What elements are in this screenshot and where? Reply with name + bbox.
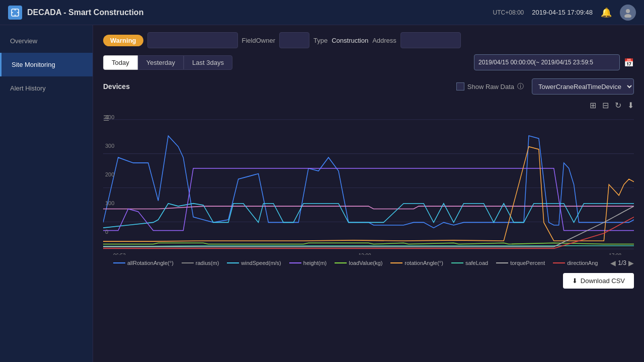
legend-line-allrotationangle (113, 262, 125, 263)
legend-label: torquePercent (510, 260, 545, 266)
legend-line-radius (182, 262, 194, 263)
legend-label: allRotationAngle(°) (127, 260, 174, 266)
legend-line-loadvalue (335, 262, 347, 263)
legend-prev-btn[interactable]: ◀ (610, 259, 616, 267)
devices-right: Show Raw Data ⓘ TowerCraneRealTimeDevice (456, 78, 634, 95)
device-dropdown[interactable]: TowerCraneRealTimeDevice (532, 78, 634, 95)
download-csv-button[interactable]: ⬇ Download CSV (563, 273, 634, 289)
legend-label: radius(m) (196, 260, 219, 266)
logo-icon (11, 8, 20, 17)
show-raw-data-label: Show Raw Data (467, 83, 514, 90)
date-row: Today Yesterday Last 3days 📅 (103, 54, 634, 70)
download-bar: ⬇ Download CSV (103, 267, 634, 289)
zoom-in-icon[interactable]: ⊞ (590, 101, 596, 110)
filter-row: Warning FieldOwner Type Construction Add… (103, 32, 634, 48)
svg-text:06:53: 06:53 (113, 253, 126, 255)
legend-item-directionang: directionAng (553, 260, 598, 266)
download-icon: ⬇ (572, 277, 578, 285)
app-title: DECADA - Smart Construction (27, 8, 493, 17)
legend-nav: ◀ 1/3 ▶ (610, 259, 634, 267)
show-raw-data-group: Show Raw Data ⓘ (456, 82, 524, 91)
y-label-200: 200 (105, 171, 114, 177)
main-content: Warning FieldOwner Type Construction Add… (93, 25, 644, 362)
field-owner-select[interactable] (279, 32, 309, 48)
datetime: 2019-04-15 17:09:48 (532, 9, 593, 16)
layout: Overview Site Monitoring Alert History W… (0, 25, 644, 362)
show-raw-data-checkbox[interactable] (456, 82, 464, 90)
y-label-300: 300 (105, 143, 114, 149)
legend-item-allrotationangle: allRotationAngle(°) (113, 260, 174, 266)
calendar-icon[interactable]: 📅 (624, 58, 634, 67)
legend-label: safeLoad (465, 260, 488, 266)
legend-line-torquepercent (496, 262, 508, 263)
devices-title: Devices (103, 82, 130, 90)
legend-line-height (289, 262, 301, 263)
sidebar-item-site-monitoring[interactable]: Site Monitoring (0, 53, 93, 76)
legend-line-directionang (553, 262, 565, 263)
legend-label: height(m) (303, 260, 327, 266)
chart-svg: 06:53 04-15 12:00 04-15 17:08 04-15 (103, 114, 634, 255)
y-axis-labels: 400 300 200 100 0 (103, 114, 116, 235)
legend-label: loadValue(kg) (349, 260, 382, 266)
date-range-input[interactable] (474, 54, 620, 70)
legend-item-windspeed: windSpeed(m/s) (227, 260, 281, 266)
legend-page: 1/3 (618, 259, 626, 266)
legend-item-rotationangle: rotationAngle(°) (390, 260, 443, 266)
svg-point-1 (626, 9, 630, 13)
search-input[interactable] (147, 32, 238, 48)
y-label-100: 100 (105, 200, 114, 206)
legend-label: directionAng (567, 260, 598, 266)
address-label: Address (372, 37, 396, 44)
avatar[interactable] (620, 5, 636, 21)
sidebar: Overview Site Monitoring Alert History (0, 25, 93, 362)
date-picker-row: 📅 (474, 54, 634, 70)
last3days-btn[interactable]: Last 3days (184, 55, 232, 70)
legend-item-radius: radius(m) (182, 260, 219, 266)
chart-area: ☰ 400 300 200 100 0 (103, 114, 634, 255)
header: DECADA - Smart Construction UTC+08:00 20… (0, 0, 644, 25)
today-btn[interactable]: Today (103, 55, 138, 70)
address-select[interactable] (400, 32, 461, 48)
field-owner-label: FieldOwner (242, 37, 275, 44)
legend-next-btn[interactable]: ▶ (628, 259, 634, 267)
zoom-out-icon[interactable]: ⊟ (602, 101, 609, 110)
legend: allRotationAngle(°) radius(m) windSpeed(… (103, 259, 634, 267)
legend-item-loadvalue: loadValue(kg) (335, 260, 382, 266)
info-icon[interactable]: ⓘ (517, 82, 524, 91)
y-label-0: 0 (105, 229, 114, 235)
sidebar-item-label: Alert History (10, 84, 46, 92)
header-right: UTC+08:00 2019-04-15 17:09:48 🔔 (493, 5, 636, 21)
notification-bell-icon[interactable]: 🔔 (601, 7, 612, 18)
warning-badge[interactable]: Warning (103, 35, 143, 46)
sidebar-item-label: Overview (10, 37, 37, 45)
legend-label: windSpeed(m/s) (241, 260, 281, 266)
refresh-icon[interactable]: ↻ (615, 101, 621, 110)
timezone: UTC+08:00 (493, 9, 524, 16)
yesterday-btn[interactable]: Yesterday (138, 55, 184, 70)
legend-item-height: height(m) (289, 260, 327, 266)
sidebar-item-overview[interactable]: Overview (0, 29, 93, 53)
legend-line-rotationangle (390, 262, 403, 263)
logo (8, 6, 22, 20)
svg-point-2 (624, 14, 631, 18)
devices-header: Devices Show Raw Data ⓘ TowerCraneRealTi… (103, 78, 634, 95)
chart-toolbar: ⊞ ⊟ ↻ ⬇ (103, 101, 634, 110)
type-label: Type (313, 37, 328, 44)
download-label: Download CSV (581, 277, 625, 285)
legend-line-safeload (451, 262, 463, 263)
sidebar-item-label: Site Monitoring (12, 61, 55, 68)
y-label-400: 400 (105, 114, 114, 120)
sidebar-item-alert-history[interactable]: Alert History (0, 76, 93, 100)
legend-item-torquepercent: torquePercent (496, 260, 545, 266)
legend-item-safeload: safeLoad (451, 260, 488, 266)
type-value: Construction (332, 37, 368, 44)
legend-line-windspeed (227, 262, 239, 263)
legend-label: rotationAngle(°) (405, 260, 443, 266)
download-chart-icon[interactable]: ⬇ (627, 101, 634, 110)
avatar-icon (623, 8, 633, 18)
date-btn-group: Today Yesterday Last 3days (103, 55, 232, 70)
svg-text:17:08: 17:08 (609, 253, 621, 255)
svg-text:12:00: 12:00 (359, 253, 371, 255)
